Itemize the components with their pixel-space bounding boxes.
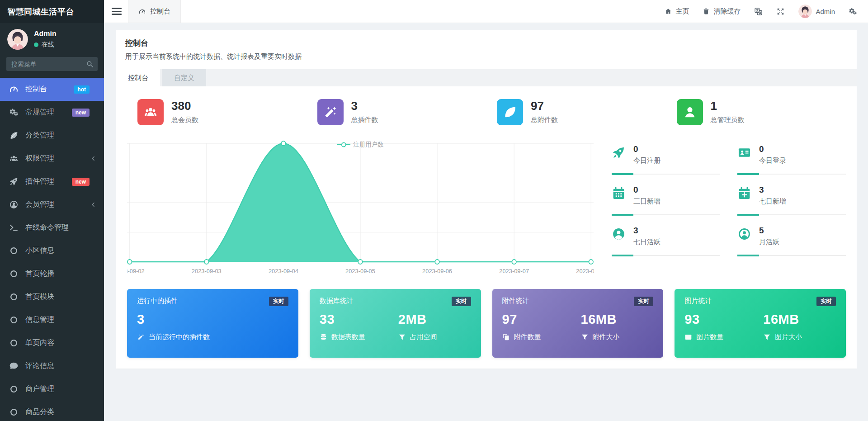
badge: hot [74,85,90,94]
tabstrip: 控制台自定义 [116,69,857,86]
chevron-left-icon [90,201,97,208]
card-value-label: 附件数量 [514,333,541,341]
chart-legend[interactable]: 注册用户数 [337,141,384,149]
stat-total-admins: 1总管理员数 [666,99,846,125]
magic-icon [317,99,344,125]
calendar-plus-icon [737,186,751,200]
cogs-icon [9,108,19,117]
realtime-badge: 实时 [816,297,836,306]
avatar-image [7,29,28,50]
filter-icon [398,333,406,341]
stat-value: 97 [531,100,558,112]
search-box [6,57,98,71]
user-status-label: 在线 [42,41,54,49]
ministat-label: 今日登录 [759,156,786,165]
sidebar-item-info[interactable]: 信息管理 [0,308,104,331]
magic-icon [137,333,145,341]
dashboard-icon [9,85,19,94]
sidebar-toggle-icon[interactable] [112,6,122,17]
tab-custom[interactable]: 自定义 [162,69,206,86]
sidebar-item-category[interactable]: 分类管理 [0,124,104,147]
sidebar-item-member[interactable]: 会员管理 [0,193,104,216]
dashboard-panel: 控制台 用于展示当前系统中的统计数据、统计报表及重要实时数据 控制台自定义 38… [116,30,857,369]
sidebar-item-label: 在线命令管理 [25,223,97,232]
image-icon [684,333,692,341]
navbar-right: 主页 清除缓存 Admin [665,5,857,18]
id-card-icon [737,146,751,160]
clear-cache-label: 清除缓存 [713,7,741,16]
sidebar-item-command[interactable]: 在线命令管理 [0,216,104,239]
card-value: 93 [684,312,723,327]
circle-icon [9,407,19,417]
user-menu[interactable]: Admin [798,5,835,18]
card-value: 97 [502,312,541,327]
sidebar-item-community[interactable]: 小区信息 [0,239,104,262]
panel-body: 380总会员数3总插件数97总附件数1总管理员数 注册用户数 2023-09-0… [116,86,857,369]
card-value-label: 数据表数量 [331,333,365,341]
tab-dashboard[interactable]: 控制台 [116,69,160,86]
sidebar-item-modules[interactable]: 首页模块 [0,285,104,308]
navbar-tab-dashboard[interactable]: 控制台 [128,0,181,23]
realtime-card-database: 数据库统计实时33数据表数量2MB占用空间 [310,289,481,358]
user-panel: Admin 在线 [0,23,104,51]
user-status: 在线 [34,41,57,49]
accent-bar [612,214,633,216]
sidebar-item-comment[interactable]: 评论信息 [0,355,104,378]
card-title: 图片统计 [684,297,712,305]
sidebar-item-plugin[interactable]: 插件管理new [0,170,104,193]
search-input[interactable] [6,57,98,71]
sidebar-item-label: 商户管理 [25,384,97,394]
ministats-grid: 0今日注册0今日登录0三日新增3七日新增3七日活跃5月活跃 [612,139,846,277]
sidebar-item-label: 首页轮播 [25,269,97,279]
ministat-今日注册: 0今日注册 [612,144,720,175]
realtime-card-images: 图片统计实时93图片数量16MB图片大小 [675,289,846,358]
ministat-七日活跃: 3七日活跃 [612,226,720,256]
avatar [798,5,812,18]
card-title: 运行中的插件 [137,297,178,305]
sidebar-item-merchant[interactable]: 商户管理 [0,378,104,401]
stat-label: 总会员数 [171,116,198,124]
rocket-icon [612,146,626,160]
user-info: Admin 在线 [34,30,57,49]
accent-bar [737,214,759,216]
top-navbar: 控制台 主页 清除缓存 [104,0,868,23]
card-value2-label: 图片大小 [775,333,802,341]
stat-label: 总插件数 [351,116,378,124]
home-icon [665,8,672,15]
sidebar-item-permission[interactable]: 权限管理 [0,147,104,170]
sidebar-item-page[interactable]: 单页内容 [0,331,104,355]
stat-label: 总附件数 [531,116,558,124]
copy-icon [502,333,510,341]
users-icon [9,154,19,163]
ministat-label: 七日活跃 [633,238,660,246]
svg-text:2023-09-03: 2023-09-03 [192,268,222,274]
app-title: 智慧同城生活平台 [0,0,104,23]
sidebar-item-dashboard[interactable]: 控制台hot [0,78,104,101]
svg-text:2023-09-02: 2023-09-02 [127,268,145,274]
settings-button[interactable] [849,7,857,16]
stat-total-members: 380总会员数 [127,99,307,125]
circle-icon [9,246,19,255]
realtime-badge: 实时 [452,297,471,306]
card-value2: 2MB [398,312,437,327]
rocket-icon [9,177,19,186]
language-button[interactable] [754,7,763,16]
sidebar-item-general[interactable]: 常规管理new [0,101,104,124]
legend-label: 注册用户数 [353,141,384,149]
realtime-card-plugins: 运行中的插件实时3当前运行中的插件数 [127,289,298,358]
home-link[interactable]: 主页 [665,7,689,16]
card-value2-label: 附件大小 [593,333,620,341]
card-title: 附件统计 [502,297,529,305]
avatar[interactable] [7,29,28,50]
sidebar-item-goods[interactable]: 商品分类 [0,401,104,421]
chevron-left-icon [90,155,97,162]
database-icon [320,333,327,341]
trash-icon [703,8,710,15]
circle-icon [9,338,19,348]
sidebar-item-label: 常规管理 [25,108,72,117]
clear-cache-link[interactable]: 清除缓存 [703,7,741,16]
online-dot [34,43,38,47]
fullscreen-button[interactable] [776,7,785,16]
sidebar-item-label: 权限管理 [25,154,90,163]
sidebar-item-carousel[interactable]: 首页轮播 [0,262,104,285]
